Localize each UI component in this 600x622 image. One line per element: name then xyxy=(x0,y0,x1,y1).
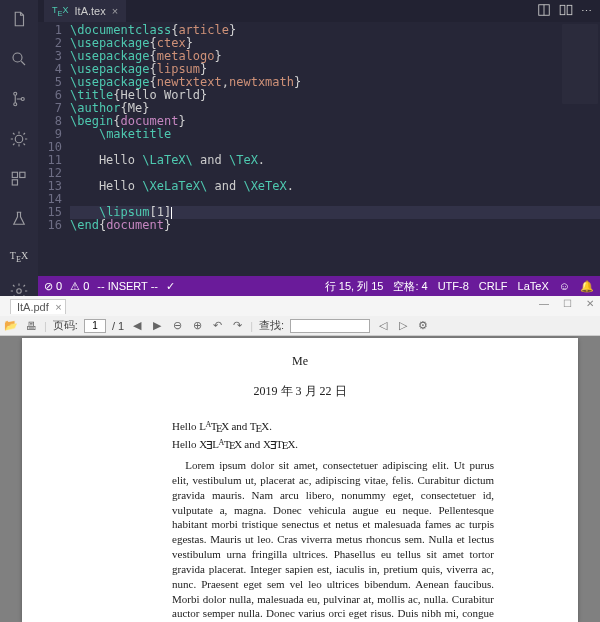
svg-point-1 xyxy=(14,92,17,95)
pdf-hello2: Hello XƎLATEX and XƎTEX. xyxy=(172,438,538,453)
more-icon[interactable]: ⋯ xyxy=(581,5,592,18)
pdf-titlebar: ItA.pdf × — ☐ ✕ xyxy=(0,296,600,316)
status-mode: -- INSERT -- xyxy=(97,280,158,292)
pdf-viewer: ItA.pdf × — ☐ ✕ 📂 🖶 | 页码: / 1 ◀ ▶ ⊖ ⊕ ↶ … xyxy=(0,296,600,622)
pdf-hello1: Hello LATEX and TEX. xyxy=(172,420,538,434)
status-spaces[interactable]: 空格: 4 xyxy=(393,279,427,294)
pdf-page: Me 2019 年 3 月 22 日 Hello LATEX and TEX. … xyxy=(22,338,578,622)
find-next-icon[interactable]: ▷ xyxy=(396,319,410,333)
bell-icon[interactable]: 🔔 xyxy=(580,280,594,293)
open-icon[interactable]: 📂 xyxy=(4,319,18,333)
status-eol[interactable]: CRLF xyxy=(479,280,508,292)
code-editor[interactable]: 12345678910111213141516 \documentclass{a… xyxy=(38,22,600,276)
status-lang[interactable]: LaTeX xyxy=(518,280,549,292)
page-label: 页码: xyxy=(53,318,78,333)
print-icon[interactable]: 🖶 xyxy=(24,319,38,333)
minimize-icon[interactable]: — xyxy=(539,298,549,309)
files-icon[interactable] xyxy=(10,10,28,32)
split-icon[interactable] xyxy=(559,3,573,19)
svg-point-0 xyxy=(13,53,22,62)
debug-icon[interactable] xyxy=(10,130,28,152)
zoom-out-icon[interactable]: ⊖ xyxy=(170,319,184,333)
prev-page-icon[interactable]: ◀ xyxy=(130,319,144,333)
extensions-icon[interactable] xyxy=(10,170,28,192)
page-total: / 1 xyxy=(112,320,124,332)
status-errors[interactable]: ⊘0 xyxy=(44,280,62,293)
tab-bar: TEX ItA.tex × ⋯ xyxy=(38,0,600,22)
search-icon[interactable] xyxy=(10,50,28,72)
compare-icon[interactable] xyxy=(537,3,551,19)
close-icon[interactable]: ✕ xyxy=(586,298,594,309)
tab-filename: ItA.tex xyxy=(75,5,106,17)
find-input[interactable] xyxy=(290,319,370,333)
pdf-body: Lorem ipsum dolor sit amet, consectetuer… xyxy=(172,458,494,622)
status-warnings[interactable]: ⚠0 xyxy=(70,280,89,293)
find-prev-icon[interactable]: ◁ xyxy=(376,319,390,333)
status-position[interactable]: 行 15, 列 15 xyxy=(325,279,384,294)
tex-icon[interactable]: TEX xyxy=(10,250,28,264)
code-content[interactable]: \documentclass{article}\usepackage{ctex}… xyxy=(70,22,600,276)
tex-file-icon: TEX xyxy=(52,5,69,18)
next-page-icon[interactable]: ▶ xyxy=(150,319,164,333)
svg-rect-5 xyxy=(12,172,17,177)
find-label: 查找: xyxy=(259,318,284,333)
activity-bar: TEX xyxy=(0,0,38,296)
pdf-author: Me xyxy=(62,354,538,369)
pdf-viewport[interactable]: Me 2019 年 3 月 22 日 Hello LATEX and TEX. … xyxy=(0,336,600,622)
close-icon[interactable]: × xyxy=(112,5,118,17)
source-control-icon[interactable] xyxy=(10,90,28,112)
line-gutter: 12345678910111213141516 xyxy=(38,22,70,276)
page-input[interactable] xyxy=(84,319,106,333)
pdf-filename: ItA.pdf xyxy=(17,301,49,313)
pdf-tab[interactable]: ItA.pdf × xyxy=(10,299,66,314)
status-encoding[interactable]: UTF-8 xyxy=(438,280,469,292)
close-icon[interactable]: × xyxy=(55,301,61,313)
svg-point-3 xyxy=(21,98,24,101)
svg-rect-7 xyxy=(12,180,17,185)
status-check[interactable]: ✓ xyxy=(166,280,175,293)
feedback-icon[interactable]: ☺ xyxy=(559,280,570,292)
pdf-date: 2019 年 3 月 22 日 xyxy=(62,383,538,400)
editor-tab[interactable]: TEX ItA.tex × xyxy=(44,0,126,22)
svg-rect-10 xyxy=(560,5,565,14)
rotate-right-icon[interactable]: ↷ xyxy=(230,319,244,333)
svg-point-2 xyxy=(14,103,17,106)
pdf-toolbar: 📂 🖶 | 页码: / 1 ◀ ▶ ⊖ ⊕ ↶ ↷ | 查找: ◁ ▷ ⚙ xyxy=(0,316,600,336)
find-options-icon[interactable]: ⚙ xyxy=(416,319,430,333)
zoom-in-icon[interactable]: ⊕ xyxy=(190,319,204,333)
minimap[interactable] xyxy=(562,24,598,104)
svg-rect-11 xyxy=(567,5,572,14)
maximize-icon[interactable]: ☐ xyxy=(563,298,572,309)
svg-point-4 xyxy=(15,135,23,143)
svg-point-8 xyxy=(17,289,22,294)
beaker-icon[interactable] xyxy=(10,210,28,232)
status-bar: ⊘0 ⚠0 -- INSERT -- ✓ 行 15, 列 15 空格: 4 UT… xyxy=(38,276,600,296)
rotate-left-icon[interactable]: ↶ xyxy=(210,319,224,333)
svg-rect-6 xyxy=(20,172,25,177)
